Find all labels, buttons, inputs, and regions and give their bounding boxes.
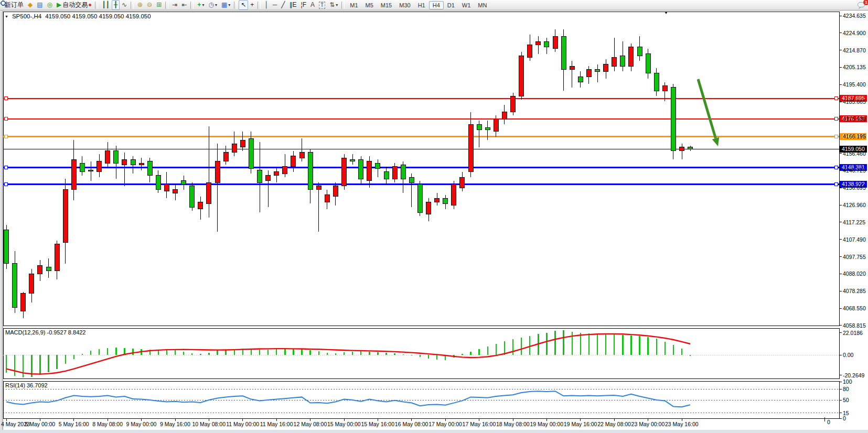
time-axis-label: 11 May 16:00 — [260, 421, 293, 427]
y-axis-tick-label: 4058.815 — [843, 322, 868, 329]
time-axis-label: 11 May 00:00 — [226, 421, 259, 427]
candle — [367, 161, 372, 181]
candle — [89, 170, 93, 171]
macd-label: MACD(12,26,9) -0.9527 8.8422 — [5, 329, 85, 335]
candle — [494, 119, 498, 132]
candle — [452, 184, 456, 205]
candle — [147, 161, 152, 176]
candle — [283, 167, 287, 174]
time-axis-label: 17 May 16:00 — [463, 421, 496, 427]
line-handle[interactable] — [834, 135, 838, 138]
candle — [417, 184, 422, 212]
line-handle[interactable] — [834, 166, 838, 169]
chart-canvas[interactable] — [0, 0, 868, 433]
line-handle[interactable] — [4, 117, 7, 121]
candle — [688, 147, 693, 149]
main-chart-frame — [3, 12, 839, 326]
candle — [536, 41, 541, 45]
candle — [274, 172, 279, 176]
candle — [316, 186, 321, 190]
candle — [164, 184, 169, 191]
candle — [173, 190, 178, 193]
time-axis-label: 17 May 00:00 — [428, 421, 462, 427]
candle — [468, 124, 473, 172]
scroll-to-end-icon[interactable]: ▼ — [664, 10, 668, 15]
y-axis-tick-label: 4068.550 — [843, 305, 868, 311]
chart-title-symbol: SP500-,H4 — [12, 13, 41, 19]
y-axis-tick-label: 4136.695 — [843, 185, 868, 191]
candle — [240, 140, 245, 147]
y-axis-tick-label: 4097.755 — [843, 254, 868, 260]
candle — [215, 161, 220, 182]
candle — [637, 47, 642, 56]
candle — [519, 56, 524, 96]
candle — [55, 244, 59, 270]
line-handle[interactable] — [4, 183, 7, 186]
line-handle[interactable] — [4, 135, 7, 138]
candle — [308, 153, 313, 190]
candle — [553, 36, 558, 49]
line-handle[interactable] — [834, 183, 838, 186]
time-axis-label: 9 May 16:00 — [160, 421, 190, 427]
time-axis-label: 5 May 00:00 — [25, 421, 55, 427]
y-axis-tick-label: 4166.195 — [843, 133, 868, 139]
candle — [114, 151, 119, 164]
candle — [561, 36, 566, 70]
candle — [680, 147, 684, 151]
candle — [485, 128, 490, 129]
candle — [511, 96, 516, 112]
time-axis-label: 10 May 08:00 — [192, 421, 226, 427]
candle — [595, 70, 600, 71]
candle — [401, 165, 405, 179]
candle — [333, 186, 338, 197]
time-axis-label: 23 May 00:00 — [631, 421, 665, 427]
rsi-line — [6, 391, 690, 407]
y-axis-tick-label: 4205.135 — [843, 64, 868, 70]
candle — [21, 294, 26, 311]
arrow-annotation[interactable] — [698, 79, 715, 138]
macd-axis-label: 22.0186 — [843, 330, 868, 336]
time-axis-label: 18 May 08:00 — [496, 421, 530, 427]
y-axis-tick-label: 4175.930 — [843, 116, 868, 122]
candle — [646, 54, 650, 73]
line-handle[interactable] — [834, 97, 838, 100]
macd-axis-label: -20.2649 — [843, 372, 868, 378]
rsi-axis-label: 80 — [843, 386, 868, 392]
time-axis-label: 5 May 16:00 — [59, 421, 89, 427]
candle — [13, 264, 17, 308]
macd-signal-line — [6, 334, 690, 374]
candle — [435, 198, 440, 202]
candle — [80, 163, 84, 172]
symbol-dropdown-icon[interactable]: ▼ — [5, 15, 8, 18]
candle — [258, 170, 262, 183]
candle — [249, 138, 253, 168]
candle — [384, 172, 389, 179]
y-axis-tick-label: 4214.870 — [843, 47, 868, 53]
candle — [443, 198, 448, 203]
candle — [392, 167, 397, 179]
y-axis-tick-label: 4126.960 — [843, 202, 868, 208]
chart-title-quotes: 4159.050 4159.050 4159.050 4159.050 — [45, 13, 151, 19]
candle — [223, 153, 228, 161]
time-axis-label: 9 May 00:00 — [126, 421, 157, 427]
candle — [629, 47, 634, 66]
candle — [477, 124, 481, 129]
arrow-annotation-head[interactable] — [712, 137, 719, 146]
candle — [460, 177, 465, 188]
time-axis-label: 16 May 08:00 — [395, 421, 428, 427]
candle — [578, 77, 583, 82]
y-axis-tick-label: 4234.635 — [843, 13, 868, 19]
line-handle[interactable] — [4, 97, 7, 100]
candle — [654, 73, 659, 91]
candle — [181, 181, 186, 185]
time-axis-label: 23 May 16:00 — [665, 421, 699, 427]
candle — [376, 163, 380, 168]
candle — [409, 177, 414, 182]
line-handle[interactable] — [4, 166, 7, 169]
candle — [544, 41, 549, 47]
line-handle[interactable] — [834, 117, 838, 121]
candle — [38, 265, 42, 274]
y-axis-tick-label: 4146.725 — [843, 167, 868, 174]
candle — [291, 156, 296, 167]
candle — [359, 159, 363, 179]
